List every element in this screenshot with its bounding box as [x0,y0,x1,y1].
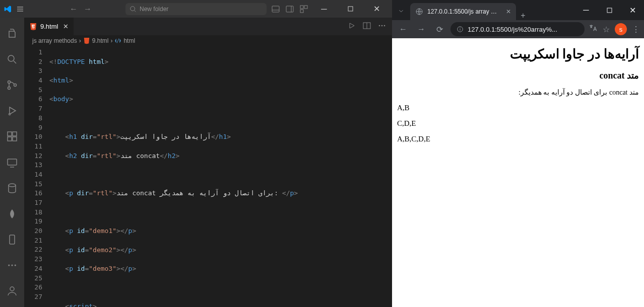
vscode-titlebar: ← → New folder ─ ✕ [0,0,392,18]
editor-tabs: 9.html ✕ [24,18,392,35]
svg-rect-10 [300,10,303,13]
globe-icon [415,8,423,16]
svg-point-12 [8,55,14,61]
command-center[interactable]: New folder [125,3,267,15]
info-icon [457,26,464,33]
code-content: <!DOCTYPE html> <html> <body> <h1 dir="r… [49,46,392,307]
translate-icon[interactable] [589,24,598,35]
nav-forward-icon[interactable]: → [84,5,92,14]
svg-rect-8 [300,6,303,9]
browser-menu-icon[interactable]: ⋮ [632,25,640,34]
vscode-logo-icon [4,5,12,13]
hamburger-icon[interactable] [16,5,24,13]
layout-panel-right-icon[interactable] [284,4,295,15]
browser-back-icon[interactable]: ← [396,25,410,34]
browser-titlebar: 127.0.0.1:5500/js array methods ✕ + ─ ✕ [392,0,644,20]
activity-database[interactable] [0,176,24,200]
demo1-output: A,B [397,104,639,112]
svg-rect-9 [304,6,307,9]
activity-bar [0,18,24,307]
svg-point-39 [460,28,460,28]
bookmark-icon[interactable]: ☆ [603,25,610,34]
activity-source-control[interactable] [0,73,24,97]
activity-explorer[interactable] [0,22,24,45]
activity-run-debug[interactable] [0,99,24,123]
profile-avatar[interactable]: s [615,23,627,35]
window-minimize[interactable]: ─ [312,0,336,18]
activity-device[interactable] [0,228,24,252]
svg-rect-25 [10,235,15,244]
line-numbers: 1234567891011121314151617181920212223242… [24,46,49,307]
svg-rect-22 [8,159,17,165]
svg-point-15 [8,87,11,89]
new-tab-button[interactable]: + [516,11,530,20]
activity-mongodb[interactable] [0,202,24,225]
browser-maximize[interactable] [598,0,621,20]
svg-point-32 [379,25,380,26]
svg-point-33 [381,25,383,26]
window-close[interactable]: ✕ [365,0,388,18]
svg-point-28 [15,265,16,266]
activity-extensions[interactable] [0,125,24,148]
tab-search-icon[interactable] [392,2,410,20]
nav-back-icon[interactable]: ← [70,5,78,14]
search-icon [130,6,137,13]
browser-forward-icon[interactable]: → [414,25,428,34]
svg-point-27 [11,265,13,266]
svg-rect-36 [607,8,612,13]
tab-close-icon[interactable]: ✕ [506,8,511,15]
svg-rect-19 [8,137,12,141]
page-h2: متد concat [397,70,639,81]
breadcrumb[interactable]: js array methods › 9.html › html [24,35,392,46]
bc-symbol: html [123,37,135,44]
split-editor-icon[interactable] [363,22,371,32]
svg-point-16 [14,84,17,86]
browser-tab[interactable]: 127.0.0.1:5500/js array methods ✕ [410,3,516,20]
svg-rect-20 [13,137,17,141]
activity-account[interactable] [0,279,24,303]
svg-point-26 [8,265,10,266]
tab-9html[interactable]: 9.html ✕ [24,18,74,35]
window-maximize[interactable] [339,0,362,18]
svg-rect-18 [8,132,12,136]
svg-rect-4 [272,6,279,12]
url-text: 127.0.0.1:5500/js%20array%... [468,26,578,33]
svg-line-13 [14,61,16,63]
html-file-icon [29,23,37,31]
browser-reload-icon[interactable]: ⟳ [432,25,446,34]
svg-point-14 [8,81,11,83]
browser-tab-title: 127.0.0.1:5500/js array methods [427,8,502,15]
layout-customize-icon[interactable] [298,4,309,15]
run-icon[interactable] [348,22,356,32]
activity-more[interactable] [0,254,24,277]
symbol-icon [114,37,121,44]
html-file-icon [83,37,90,44]
svg-point-0 [131,6,135,11]
bc-file: 9.html [92,37,109,44]
demo3-output: A,B,C,D,E [397,135,639,143]
tab-close-icon[interactable]: ✕ [63,23,69,30]
activity-search[interactable] [0,47,24,71]
browser-close[interactable]: ✕ [621,0,644,20]
svg-rect-21 [13,132,17,136]
activity-remote[interactable] [0,150,24,174]
code-editor[interactable]: 1234567891011121314151617181920212223242… [24,46,392,307]
tab-label: 9.html [40,23,58,30]
browser-minimize[interactable]: ─ [574,0,598,20]
search-placeholder: New folder [140,6,168,13]
demo2-output: C,D,E [397,119,639,128]
svg-line-1 [135,10,136,12]
svg-rect-11 [348,7,353,11]
address-bar[interactable]: 127.0.0.1:5500/js%20array%... [450,22,585,36]
svg-point-34 [384,25,385,26]
browser-toolbar: ← → ⟳ 127.0.0.1:5500/js%20array%... ☆ s … [392,20,644,38]
layout-panel-bottom-icon[interactable] [270,4,281,15]
browser-viewport: آرایه‌ها در جاوا اسکریپت متد concat متد … [392,38,644,307]
page-paragraph: متد concat برای اتصال دو آرایه به همدیگر… [397,88,639,97]
more-actions-icon[interactable] [378,22,386,32]
page-h1: آرایه‌ها در جاوا اسکریپت [397,46,639,62]
svg-point-29 [10,287,14,291]
svg-rect-6 [286,6,293,12]
svg-point-24 [9,184,16,187]
bc-folder: js array methods [32,37,77,44]
